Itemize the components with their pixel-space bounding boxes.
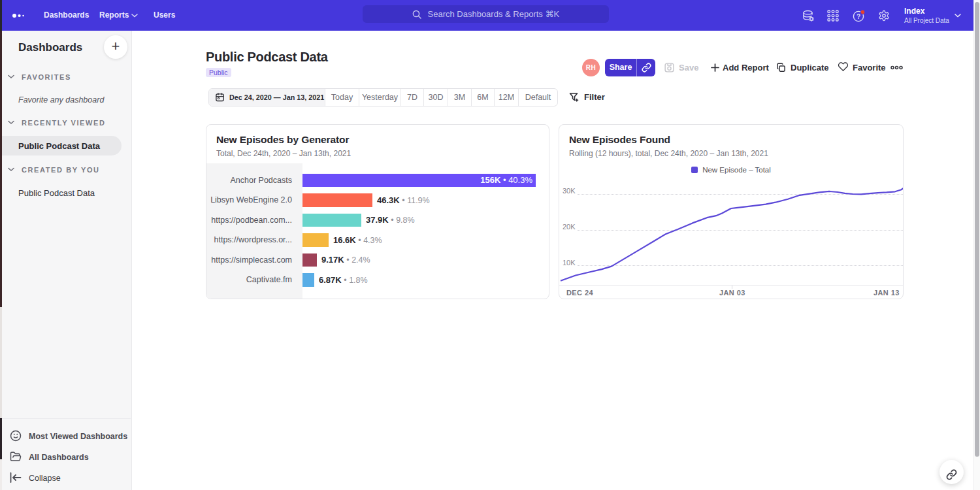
- svg-text:?: ?: [857, 13, 860, 20]
